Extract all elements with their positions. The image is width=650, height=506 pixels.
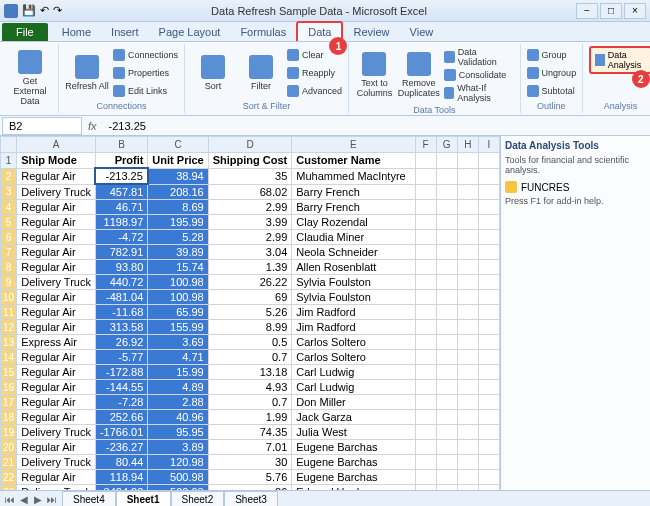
cell[interactable]: Delivery Truck: [17, 184, 96, 200]
cell[interactable]: Regular Air: [17, 380, 96, 395]
cell[interactable]: -5.77: [95, 350, 147, 365]
cell[interactable]: [415, 153, 436, 169]
cell[interactable]: [457, 440, 478, 455]
cell[interactable]: [457, 168, 478, 184]
tab-nav-next[interactable]: ▶: [32, 494, 44, 505]
cell[interactable]: 500.98: [148, 470, 208, 485]
cell[interactable]: Jim Radford: [292, 320, 415, 335]
cell[interactable]: [415, 290, 436, 305]
col-header-G[interactable]: G: [436, 137, 457, 153]
cell[interactable]: Regular Air: [17, 245, 96, 260]
cell[interactable]: [457, 275, 478, 290]
cell[interactable]: [478, 320, 499, 335]
row-header-10[interactable]: 10: [1, 290, 17, 305]
row-header-7[interactable]: 7: [1, 245, 17, 260]
cell[interactable]: [478, 168, 499, 184]
maximize-button[interactable]: □: [600, 3, 622, 19]
cell[interactable]: -4.72: [95, 230, 147, 245]
tab-insert[interactable]: Insert: [101, 23, 149, 41]
ungroup-button[interactable]: Ungroup: [527, 66, 577, 80]
cell[interactable]: 5.28: [148, 230, 208, 245]
cell[interactable]: Regular Air: [17, 350, 96, 365]
cell[interactable]: 68.02: [208, 184, 292, 200]
cell[interactable]: [457, 230, 478, 245]
cell[interactable]: Sylvia Foulston: [292, 290, 415, 305]
cell[interactable]: Clay Rozendal: [292, 215, 415, 230]
cell[interactable]: 0.7: [208, 395, 292, 410]
col-header-C[interactable]: C: [148, 137, 208, 153]
save-icon[interactable]: 💾: [22, 4, 36, 17]
cell[interactable]: [478, 215, 499, 230]
row-header-5[interactable]: 5: [1, 215, 17, 230]
cell[interactable]: [457, 215, 478, 230]
cell[interactable]: Jack Garza: [292, 410, 415, 425]
cell[interactable]: [478, 305, 499, 320]
cell[interactable]: [436, 230, 457, 245]
row-header-15[interactable]: 15: [1, 365, 17, 380]
cell[interactable]: Eugene Barchas: [292, 455, 415, 470]
cell[interactable]: 100.98: [148, 290, 208, 305]
cell[interactable]: Delivery Truck: [17, 275, 96, 290]
sheet-tab-sheet3[interactable]: Sheet3: [224, 491, 278, 506]
cell[interactable]: 252.66: [95, 410, 147, 425]
cell[interactable]: -236.27: [95, 440, 147, 455]
cell[interactable]: [415, 380, 436, 395]
cell[interactable]: 457.81: [95, 184, 147, 200]
cell[interactable]: [415, 335, 436, 350]
cell[interactable]: [436, 260, 457, 275]
row-header-4[interactable]: 4: [1, 200, 17, 215]
cell[interactable]: Regular Air: [17, 365, 96, 380]
cell[interactable]: 3.69: [148, 335, 208, 350]
cell[interactable]: 3.89: [148, 440, 208, 455]
cell[interactable]: Don Miller: [292, 395, 415, 410]
cell[interactable]: [436, 470, 457, 485]
tab-page-layout[interactable]: Page Layout: [149, 23, 231, 41]
cell[interactable]: [457, 350, 478, 365]
subtotal-button[interactable]: Subtotal: [527, 84, 577, 98]
funcres-item[interactable]: FUNCRES: [505, 181, 646, 193]
properties-button[interactable]: Properties: [113, 66, 178, 80]
cell[interactable]: Julia West: [292, 425, 415, 440]
tab-file[interactable]: File: [2, 23, 48, 41]
cell[interactable]: [415, 485, 436, 491]
cell[interactable]: [415, 245, 436, 260]
cell[interactable]: Delivery Truck: [17, 455, 96, 470]
cell[interactable]: [415, 305, 436, 320]
cell[interactable]: 40.96: [148, 410, 208, 425]
cell[interactable]: Delivery Truck: [17, 485, 96, 491]
cell[interactable]: [478, 245, 499, 260]
name-box[interactable]: B2: [2, 117, 82, 135]
cell[interactable]: 8.99: [208, 320, 292, 335]
cell[interactable]: [457, 320, 478, 335]
cell[interactable]: [415, 275, 436, 290]
header-cell[interactable]: Profit: [95, 153, 147, 169]
cell[interactable]: 313.58: [95, 320, 147, 335]
cell[interactable]: [415, 455, 436, 470]
cell[interactable]: 69: [208, 290, 292, 305]
cell[interactable]: [436, 365, 457, 380]
tab-review[interactable]: Review: [343, 23, 399, 41]
cell[interactable]: [436, 350, 457, 365]
reapply-button[interactable]: Reapply: [287, 66, 342, 80]
cell[interactable]: [436, 245, 457, 260]
cell[interactable]: Regular Air: [17, 290, 96, 305]
cell[interactable]: [457, 455, 478, 470]
tab-nav-last[interactable]: ⏭: [46, 494, 58, 505]
cell[interactable]: 118.94: [95, 470, 147, 485]
cell[interactable]: [436, 380, 457, 395]
spreadsheet-grid[interactable]: ABCDEFGHI1Ship ModeProfitUnit PriceShipp…: [0, 136, 500, 490]
get-external-data-button[interactable]: Get External Data: [8, 46, 52, 110]
cell[interactable]: 35: [208, 168, 292, 184]
cell[interactable]: 195.99: [148, 215, 208, 230]
cell[interactable]: 2.99: [208, 200, 292, 215]
cell[interactable]: [478, 290, 499, 305]
row-header-23[interactable]: 23: [1, 485, 17, 491]
cell[interactable]: [457, 470, 478, 485]
cell[interactable]: 74.35: [208, 425, 292, 440]
cell[interactable]: Regular Air: [17, 260, 96, 275]
cell[interactable]: [436, 410, 457, 425]
remove-duplicates-button[interactable]: Remove Duplicates: [398, 46, 440, 104]
row-header-16[interactable]: 16: [1, 380, 17, 395]
tab-home[interactable]: Home: [52, 23, 101, 41]
sheet-tab-sheet4[interactable]: Sheet4: [62, 491, 116, 506]
